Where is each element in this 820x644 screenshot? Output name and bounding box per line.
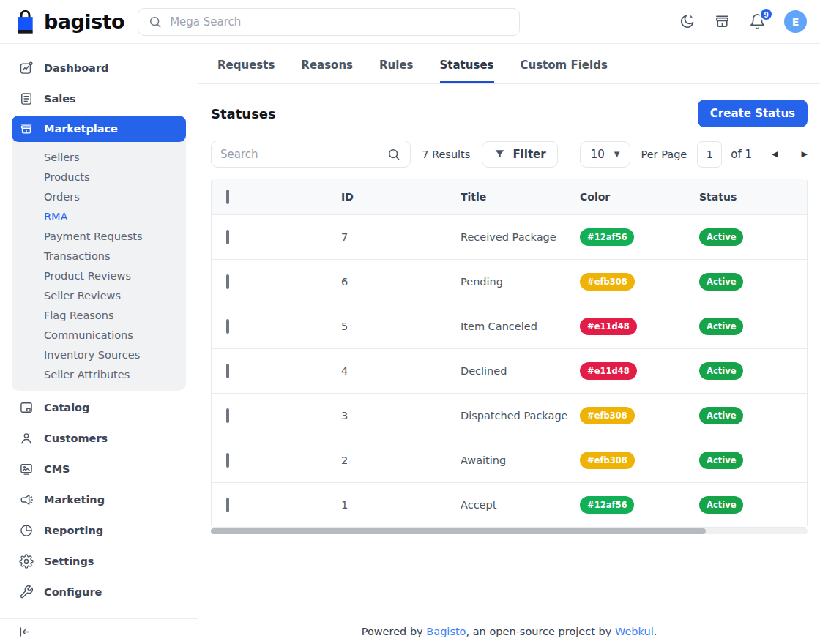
table-row[interactable]: 6 Pending #efb308 Active [212, 259, 807, 304]
sidebar-item-label: Marketing [44, 494, 105, 506]
sidebar-item-label: Reporting [44, 525, 103, 536]
sidebar-item-label: Dashboard [44, 62, 108, 74]
sidebar-item-cms[interactable]: CMS [0, 454, 198, 484]
color-badge: #12af56 [580, 496, 634, 514]
datagrid-search [211, 141, 411, 168]
sidebar-item-label: Configure [44, 586, 102, 598]
sidebar-footer [0, 618, 198, 644]
column-header-status[interactable]: Status [689, 191, 807, 203]
notifications-button[interactable]: 9 [749, 13, 766, 30]
collapse-sidebar-icon[interactable] [18, 625, 31, 639]
footer-text: . [654, 626, 657, 637]
row-checkbox[interactable] [226, 364, 229, 378]
sidebar-item-label: CMS [44, 463, 70, 475]
row-checkbox[interactable] [226, 230, 229, 244]
sidebar-subitem-payment-requests[interactable]: Payment Requests [12, 226, 186, 246]
bagisto-logo[interactable]: bagisto [13, 9, 124, 35]
column-header-color[interactable]: Color [570, 191, 689, 203]
next-page-button[interactable]: ▶ [802, 149, 808, 159]
chevron-down-icon: ▼ [614, 150, 620, 158]
sidebar-subitem-orders[interactable]: Orders [12, 187, 186, 206]
tab-custom-fields[interactable]: Custom Fields [521, 59, 608, 83]
horizontal-scrollbar-thumb[interactable] [211, 528, 706, 534]
filter-button[interactable]: Filter [482, 141, 557, 168]
search-icon[interactable] [387, 147, 401, 162]
cell-title: Awaiting [450, 454, 570, 466]
color-badge: #efb308 [580, 452, 635, 469]
row-checkbox[interactable] [226, 498, 229, 512]
bagisto-link[interactable]: Bagisto [426, 626, 466, 637]
sidebar-item-catalog[interactable]: Catalog [0, 392, 198, 423]
sidebar-subitem-communications[interactable]: Communications [12, 325, 186, 345]
tab-rules[interactable]: Rules [379, 59, 413, 83]
sidebar-item-label: Settings [44, 555, 94, 567]
tab-statuses[interactable]: Statuses [440, 59, 494, 83]
layout: Dashboard Sales Marketplace Sellers Prod… [0, 44, 820, 644]
table-row[interactable]: 3 Dispatched Package #efb308 Active [212, 393, 807, 438]
horizontal-scrollbar-track[interactable] [211, 528, 808, 534]
results-count: 7 Results [422, 149, 470, 160]
sidebar-subitem-seller-reviews[interactable]: Seller Reviews [12, 285, 186, 305]
create-status-button[interactable]: Create Status [698, 100, 808, 127]
cell-id: 5 [331, 321, 450, 332]
column-header-id[interactable]: ID [331, 191, 450, 203]
tab-reasons[interactable]: Reasons [301, 59, 353, 83]
shopping-bag-icon [13, 9, 37, 35]
logo-text: bagisto [44, 10, 124, 33]
mega-search-input[interactable] [170, 15, 510, 29]
sidebar-subitem-flag-reasons[interactable]: Flag Reasons [12, 305, 186, 325]
sidebar-item-dashboard[interactable]: Dashboard [0, 53, 198, 83]
sidebar-subitem-transactions[interactable]: Transactions [12, 246, 186, 266]
sidebar-subitem-seller-attributes[interactable]: Seller Attributes [12, 364, 186, 384]
main-content: Requests Reasons Rules Statuses Custom F… [198, 44, 820, 644]
sidebar-item-marketplace[interactable]: Marketplace [12, 116, 186, 142]
sidebar-subitem-sellers[interactable]: Sellers [12, 147, 186, 167]
footer-text: Powered by [362, 626, 427, 637]
sidebar-subitem-rma[interactable]: RMA [12, 206, 186, 226]
cell-title: Received Package [450, 231, 570, 243]
top-header: bagisto 9 E [0, 0, 820, 44]
sidebar-subitem-products[interactable]: Products [12, 167, 186, 187]
color-badge: #efb308 [580, 273, 635, 291]
row-checkbox[interactable] [226, 319, 229, 334]
page-title: Statuses [211, 106, 276, 121]
channel-switcher-button[interactable] [714, 13, 731, 30]
datagrid-search-input[interactable] [220, 148, 381, 161]
row-checkbox[interactable] [226, 408, 229, 423]
table-row[interactable]: 4 Declined #e11d48 Active [212, 348, 807, 393]
sidebar-item-label: Sales [44, 93, 76, 105]
row-checkbox[interactable] [226, 453, 229, 468]
per-page-select[interactable]: 10 ▼ [580, 141, 631, 168]
per-page-value: 10 [591, 148, 605, 161]
table-row[interactable]: 5 Item Canceled #e11d48 Active [212, 304, 807, 348]
datagrid-toolbar: 7 Results Filter 10 ▼ Per Page of 1 ◀ ▶ [198, 141, 820, 168]
column-header-title[interactable]: Title [450, 191, 570, 203]
table-row[interactable]: 7 Received Package #12af56 Active [212, 214, 807, 259]
reporting-pie-icon [19, 523, 34, 538]
previous-page-button[interactable]: ◀ [772, 149, 778, 159]
sidebar-item-marketing[interactable]: Marketing [0, 484, 198, 515]
sidebar-item-reporting[interactable]: Reporting [0, 515, 198, 546]
sidebar-item-configure[interactable]: Configure [0, 577, 198, 607]
tab-requests[interactable]: Requests [217, 59, 275, 83]
row-checkbox[interactable] [226, 274, 229, 289]
configure-wrench-icon [19, 585, 34, 599]
sidebar-subitem-inventory-sources[interactable]: Inventory Sources [12, 345, 186, 364]
table-row[interactable]: 2 Awaiting #efb308 Active [212, 438, 807, 482]
sidebar-item-customers[interactable]: Customers [0, 423, 198, 454]
select-all-checkbox[interactable] [226, 190, 229, 204]
dark-mode-toggle[interactable] [679, 13, 696, 30]
sidebar-item-settings[interactable]: Settings [0, 546, 198, 577]
webkul-link[interactable]: Webkul [615, 626, 654, 637]
user-avatar[interactable]: E [784, 10, 807, 33]
table-row[interactable]: 1 Accept #12af56 Active [212, 482, 807, 527]
sidebar-subitem-product-reviews[interactable]: Product Reviews [12, 266, 186, 285]
rma-tabs-bar: Requests Reasons Rules Statuses Custom F… [198, 44, 820, 84]
status-badge: Active [699, 318, 743, 335]
customers-person-icon [19, 431, 34, 446]
cell-id: 6 [331, 276, 450, 288]
sidebar-item-sales[interactable]: Sales [0, 83, 198, 114]
table-header-row: ID Title Color Status [212, 179, 807, 214]
statuses-table: ID Title Color Status 7 Received Package… [211, 179, 808, 528]
page-number-input[interactable] [697, 141, 722, 168]
